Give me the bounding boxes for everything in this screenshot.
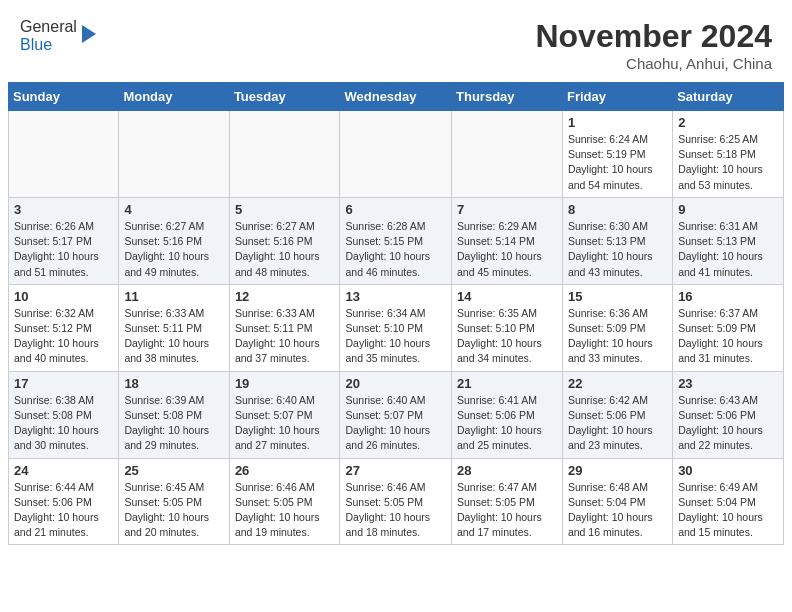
weekday-header-row: SundayMondayTuesdayWednesdayThursdayFrid… (9, 83, 784, 111)
day-info: Sunrise: 6:46 AM Sunset: 5:05 PM Dayligh… (235, 480, 335, 541)
calendar-header: SundayMondayTuesdayWednesdayThursdayFrid… (9, 83, 784, 111)
day-info: Sunrise: 6:31 AM Sunset: 5:13 PM Dayligh… (678, 219, 778, 280)
calendar-cell: 27Sunrise: 6:46 AM Sunset: 5:05 PM Dayli… (340, 458, 452, 545)
calendar-cell: 17Sunrise: 6:38 AM Sunset: 5:08 PM Dayli… (9, 371, 119, 458)
day-number: 20 (345, 376, 446, 391)
calendar-cell: 1Sunrise: 6:24 AM Sunset: 5:19 PM Daylig… (562, 111, 672, 198)
weekday-header-saturday: Saturday (673, 83, 784, 111)
day-info: Sunrise: 6:33 AM Sunset: 5:11 PM Dayligh… (235, 306, 335, 367)
day-number: 11 (124, 289, 223, 304)
weekday-header-sunday: Sunday (9, 83, 119, 111)
calendar-cell: 7Sunrise: 6:29 AM Sunset: 5:14 PM Daylig… (452, 197, 563, 284)
day-number: 16 (678, 289, 778, 304)
calendar-week-row: 3Sunrise: 6:26 AM Sunset: 5:17 PM Daylig… (9, 197, 784, 284)
calendar-table: SundayMondayTuesdayWednesdayThursdayFrid… (8, 82, 784, 545)
calendar-cell: 5Sunrise: 6:27 AM Sunset: 5:16 PM Daylig… (229, 197, 340, 284)
day-number: 28 (457, 463, 557, 478)
day-number: 14 (457, 289, 557, 304)
day-info: Sunrise: 6:36 AM Sunset: 5:09 PM Dayligh… (568, 306, 667, 367)
calendar-cell: 15Sunrise: 6:36 AM Sunset: 5:09 PM Dayli… (562, 284, 672, 371)
weekday-header-monday: Monday (119, 83, 229, 111)
day-number: 21 (457, 376, 557, 391)
calendar-cell: 2Sunrise: 6:25 AM Sunset: 5:18 PM Daylig… (673, 111, 784, 198)
day-info: Sunrise: 6:48 AM Sunset: 5:04 PM Dayligh… (568, 480, 667, 541)
day-info: Sunrise: 6:42 AM Sunset: 5:06 PM Dayligh… (568, 393, 667, 454)
day-info: Sunrise: 6:35 AM Sunset: 5:10 PM Dayligh… (457, 306, 557, 367)
day-number: 2 (678, 115, 778, 130)
day-info: Sunrise: 6:25 AM Sunset: 5:18 PM Dayligh… (678, 132, 778, 193)
day-number: 6 (345, 202, 446, 217)
calendar-body: 1Sunrise: 6:24 AM Sunset: 5:19 PM Daylig… (9, 111, 784, 545)
day-number: 22 (568, 376, 667, 391)
calendar-week-row: 17Sunrise: 6:38 AM Sunset: 5:08 PM Dayli… (9, 371, 784, 458)
day-number: 26 (235, 463, 335, 478)
weekday-header-wednesday: Wednesday (340, 83, 452, 111)
calendar-cell: 23Sunrise: 6:43 AM Sunset: 5:06 PM Dayli… (673, 371, 784, 458)
day-info: Sunrise: 6:28 AM Sunset: 5:15 PM Dayligh… (345, 219, 446, 280)
calendar-cell: 28Sunrise: 6:47 AM Sunset: 5:05 PM Dayli… (452, 458, 563, 545)
calendar-cell: 21Sunrise: 6:41 AM Sunset: 5:06 PM Dayli… (452, 371, 563, 458)
calendar-week-row: 10Sunrise: 6:32 AM Sunset: 5:12 PM Dayli… (9, 284, 784, 371)
day-info: Sunrise: 6:45 AM Sunset: 5:05 PM Dayligh… (124, 480, 223, 541)
day-number: 12 (235, 289, 335, 304)
calendar-cell (340, 111, 452, 198)
day-number: 17 (14, 376, 113, 391)
day-number: 27 (345, 463, 446, 478)
calendar-cell: 20Sunrise: 6:40 AM Sunset: 5:07 PM Dayli… (340, 371, 452, 458)
day-number: 7 (457, 202, 557, 217)
day-number: 9 (678, 202, 778, 217)
day-number: 13 (345, 289, 446, 304)
location: Chaohu, Anhui, China (535, 55, 772, 72)
day-info: Sunrise: 6:49 AM Sunset: 5:04 PM Dayligh… (678, 480, 778, 541)
calendar-cell: 3Sunrise: 6:26 AM Sunset: 5:17 PM Daylig… (9, 197, 119, 284)
day-info: Sunrise: 6:33 AM Sunset: 5:11 PM Dayligh… (124, 306, 223, 367)
day-number: 10 (14, 289, 113, 304)
day-number: 30 (678, 463, 778, 478)
calendar-cell: 12Sunrise: 6:33 AM Sunset: 5:11 PM Dayli… (229, 284, 340, 371)
logo-arrow-icon (82, 25, 96, 43)
calendar-cell (452, 111, 563, 198)
weekday-header-thursday: Thursday (452, 83, 563, 111)
day-info: Sunrise: 6:27 AM Sunset: 5:16 PM Dayligh… (124, 219, 223, 280)
day-info: Sunrise: 6:27 AM Sunset: 5:16 PM Dayligh… (235, 219, 335, 280)
day-number: 19 (235, 376, 335, 391)
day-number: 4 (124, 202, 223, 217)
logo-blue: Blue (20, 36, 52, 53)
calendar-cell: 6Sunrise: 6:28 AM Sunset: 5:15 PM Daylig… (340, 197, 452, 284)
day-info: Sunrise: 6:47 AM Sunset: 5:05 PM Dayligh… (457, 480, 557, 541)
day-number: 25 (124, 463, 223, 478)
day-info: Sunrise: 6:38 AM Sunset: 5:08 PM Dayligh… (14, 393, 113, 454)
calendar-cell: 9Sunrise: 6:31 AM Sunset: 5:13 PM Daylig… (673, 197, 784, 284)
day-info: Sunrise: 6:24 AM Sunset: 5:19 PM Dayligh… (568, 132, 667, 193)
calendar-cell: 30Sunrise: 6:49 AM Sunset: 5:04 PM Dayli… (673, 458, 784, 545)
calendar-cell (9, 111, 119, 198)
day-info: Sunrise: 6:41 AM Sunset: 5:06 PM Dayligh… (457, 393, 557, 454)
calendar-cell: 25Sunrise: 6:45 AM Sunset: 5:05 PM Dayli… (119, 458, 229, 545)
logo-general: General (20, 18, 77, 35)
day-number: 24 (14, 463, 113, 478)
calendar-cell: 18Sunrise: 6:39 AM Sunset: 5:08 PM Dayli… (119, 371, 229, 458)
calendar-cell: 29Sunrise: 6:48 AM Sunset: 5:04 PM Dayli… (562, 458, 672, 545)
day-number: 18 (124, 376, 223, 391)
day-info: Sunrise: 6:34 AM Sunset: 5:10 PM Dayligh… (345, 306, 446, 367)
day-number: 8 (568, 202, 667, 217)
day-info: Sunrise: 6:30 AM Sunset: 5:13 PM Dayligh… (568, 219, 667, 280)
calendar-cell (119, 111, 229, 198)
day-number: 3 (14, 202, 113, 217)
day-info: Sunrise: 6:32 AM Sunset: 5:12 PM Dayligh… (14, 306, 113, 367)
calendar-cell: 8Sunrise: 6:30 AM Sunset: 5:13 PM Daylig… (562, 197, 672, 284)
title-block: November 2024 Chaohu, Anhui, China (535, 18, 772, 72)
calendar-cell: 10Sunrise: 6:32 AM Sunset: 5:12 PM Dayli… (9, 284, 119, 371)
calendar-cell: 11Sunrise: 6:33 AM Sunset: 5:11 PM Dayli… (119, 284, 229, 371)
calendar-cell: 14Sunrise: 6:35 AM Sunset: 5:10 PM Dayli… (452, 284, 563, 371)
day-info: Sunrise: 6:46 AM Sunset: 5:05 PM Dayligh… (345, 480, 446, 541)
calendar-cell: 26Sunrise: 6:46 AM Sunset: 5:05 PM Dayli… (229, 458, 340, 545)
day-info: Sunrise: 6:40 AM Sunset: 5:07 PM Dayligh… (235, 393, 335, 454)
day-info: Sunrise: 6:29 AM Sunset: 5:14 PM Dayligh… (457, 219, 557, 280)
calendar-week-row: 24Sunrise: 6:44 AM Sunset: 5:06 PM Dayli… (9, 458, 784, 545)
calendar-cell: 22Sunrise: 6:42 AM Sunset: 5:06 PM Dayli… (562, 371, 672, 458)
calendar-cell: 19Sunrise: 6:40 AM Sunset: 5:07 PM Dayli… (229, 371, 340, 458)
day-info: Sunrise: 6:37 AM Sunset: 5:09 PM Dayligh… (678, 306, 778, 367)
day-number: 29 (568, 463, 667, 478)
day-info: Sunrise: 6:40 AM Sunset: 5:07 PM Dayligh… (345, 393, 446, 454)
